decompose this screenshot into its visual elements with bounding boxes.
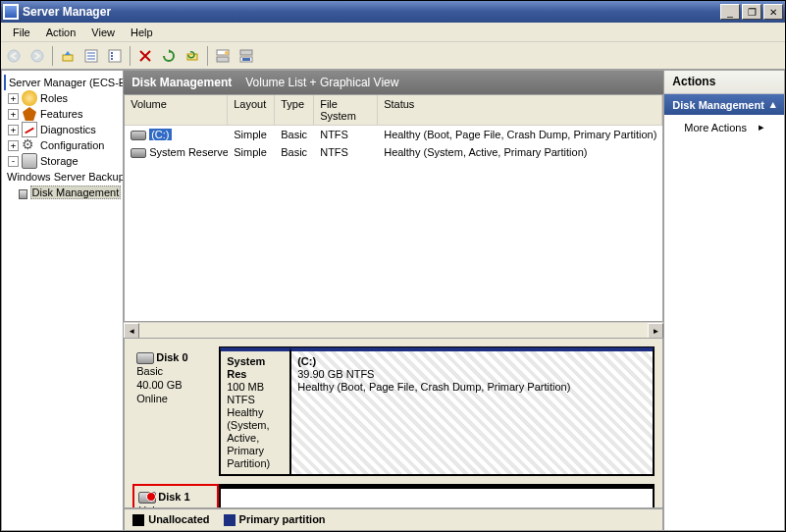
tree-diagnostics[interactable]: +Diagnostics [4, 122, 121, 137]
toolbar-sep [207, 46, 208, 66]
svg-rect-8 [111, 52, 113, 54]
partition-c[interactable]: (C:) 39.90 GB NTFS Healthy (Boot, Page F… [290, 347, 654, 475]
svg-rect-2 [63, 55, 73, 61]
menu-view[interactable]: View [83, 25, 123, 40]
diagnostics-icon [22, 122, 37, 137]
svg-rect-10 [111, 58, 113, 60]
delete-button[interactable] [134, 45, 156, 67]
svg-rect-17 [242, 58, 250, 61]
content-subtitle: Volume List + Graphical View [245, 76, 398, 89]
disk-graphical-view[interactable]: Disk 0 Basic 40.00 GB Online System Res … [124, 338, 663, 508]
volume-header: Volume Layout Type File System Status [125, 95, 662, 126]
actions-header: Actions [664, 71, 784, 94]
properties-button[interactable] [80, 45, 102, 67]
svg-point-1 [31, 50, 43, 62]
tree-roles[interactable]: +Roles [4, 90, 121, 106]
toolbar-sep [52, 46, 53, 66]
disk-error-icon [138, 492, 156, 504]
volume-row[interactable]: System Reserved Simple Basic NTFS Health… [125, 143, 662, 161]
drive-icon [131, 148, 146, 158]
nav-back-button[interactable] [3, 45, 25, 67]
expand-icon[interactable]: + [8, 140, 19, 151]
list-button[interactable] [104, 45, 126, 67]
disk-row[interactable]: Disk 0 Basic 40.00 GB Online System Res … [132, 346, 655, 476]
app-icon [3, 4, 19, 20]
server-icon [4, 75, 6, 90]
expand-icon[interactable]: + [8, 109, 19, 120]
actions-section-disk-management[interactable]: Disk Management ▴ [664, 94, 784, 115]
col-layout[interactable]: Layout [228, 95, 275, 125]
tree-root[interactable]: Server Manager (ECS-EN-FQY) [4, 75, 121, 90]
expand-icon[interactable]: + [8, 93, 19, 104]
tree-disk-management[interactable]: Disk Management [4, 185, 121, 200]
toolbar-sep [130, 46, 131, 66]
nav-forward-button[interactable] [26, 45, 48, 67]
menu-help[interactable]: Help [123, 25, 161, 40]
nav-tree[interactable]: Server Manager (ECS-EN-FQY) +Roles +Feat… [1, 70, 124, 531]
menu-file[interactable]: File [5, 25, 38, 40]
roles-icon [22, 90, 37, 106]
chevron-right-icon: ▸ [759, 121, 764, 133]
drive-icon [131, 131, 146, 140]
refresh-button[interactable] [158, 45, 180, 67]
scroll-right-icon[interactable]: ► [648, 323, 663, 339]
window-title: Server Manager [23, 5, 718, 19]
volume-list[interactable]: Volume Layout Type File System Status (C… [124, 94, 663, 322]
tree-backup[interactable]: Windows Server Backup [4, 169, 121, 185]
partition-system-reserved[interactable]: System Res 100 MB NTFS Healthy (System, … [220, 347, 290, 475]
minimize-button[interactable]: _ [720, 4, 740, 20]
tree-storage[interactable]: -Storage [4, 153, 121, 169]
disk-info: Disk 1 Unknown 100.00 GB Offlinei Help [132, 484, 219, 508]
expand-icon[interactable]: + [8, 125, 19, 135]
partition-unallocated[interactable]: 100.00 GB Unallocated [220, 485, 654, 508]
disk-info: Disk 0 Basic 40.00 GB Online [132, 346, 219, 476]
chevron-up-icon: ▴ [770, 98, 776, 111]
tree-features[interactable]: +Features [4, 106, 121, 122]
svg-rect-15 [240, 50, 252, 55]
svg-point-0 [8, 50, 20, 62]
col-status[interactable]: Status [378, 95, 662, 125]
configuration-icon [22, 137, 37, 153]
view-bottom-button[interactable] [236, 45, 257, 67]
tree-configuration[interactable]: +Configuration [4, 137, 121, 153]
title-bar: Server Manager _ ❐ ✕ [1, 1, 785, 23]
collapse-icon[interactable]: - [8, 156, 19, 167]
menu-bar: File Action View Help [1, 23, 785, 42]
content-title: Disk Management [131, 76, 232, 89]
legend-primary-swatch [224, 514, 236, 526]
features-icon [22, 106, 37, 122]
svg-point-14 [225, 51, 229, 55]
disk-mgmt-icon [19, 189, 27, 199]
content-header: Disk Management Volume List + Graphical … [124, 71, 663, 94]
col-volume[interactable]: Volume [125, 95, 228, 125]
rescan-button[interactable] [182, 45, 203, 67]
disk-icon [136, 352, 154, 364]
actions-pane: Actions Disk Management ▴ More Actions ▸ [663, 70, 785, 531]
disk-row[interactable]: Disk 1 Unknown 100.00 GB Offlinei Help 1… [132, 484, 655, 508]
col-filesystem[interactable]: File System [314, 95, 378, 125]
toolbar [1, 42, 785, 70]
volume-row[interactable]: (C:) Simple Basic NTFS Healthy (Boot, Pa… [125, 126, 662, 143]
col-type[interactable]: Type [275, 95, 314, 125]
up-button[interactable] [57, 45, 79, 67]
scroll-left-icon[interactable]: ◄ [124, 323, 139, 339]
legend: Unallocated Primary partition [124, 508, 663, 531]
actions-more[interactable]: More Actions ▸ [664, 115, 784, 139]
menu-action[interactable]: Action [38, 25, 84, 40]
legend-unallocated-swatch [132, 514, 144, 526]
view-top-button[interactable] [212, 45, 234, 67]
svg-rect-7 [109, 50, 121, 62]
maximize-button[interactable]: ❐ [742, 4, 761, 20]
svg-rect-9 [111, 55, 113, 57]
svg-rect-13 [217, 57, 229, 62]
h-scrollbar[interactable]: ◄ ► [124, 322, 663, 338]
storage-icon [22, 153, 37, 169]
close-button[interactable]: ✕ [763, 4, 783, 20]
